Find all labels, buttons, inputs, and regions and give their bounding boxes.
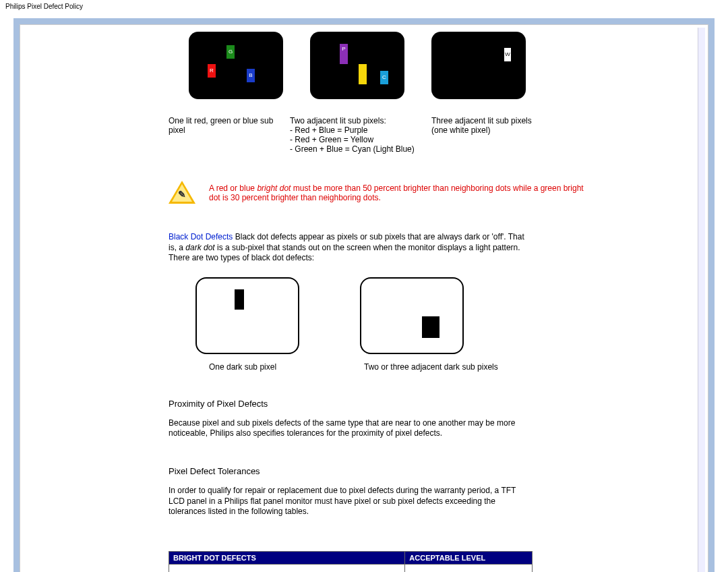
- tolerances-text: In order to qualify for repair or replac…: [169, 486, 533, 517]
- caption-3-line2: (one white pixel): [431, 125, 490, 135]
- dark-caption-1: One dark sub pixel: [209, 362, 317, 372]
- proximity-text: Because pixel and sub pixels defects of …: [169, 418, 533, 439]
- warning-pre: A red or blue: [209, 183, 257, 193]
- page-header: Philips Pixel Defect Policy: [0, 0, 728, 13]
- illust-rgb: R G B: [189, 32, 283, 99]
- subpixel-cyan-icon: C: [380, 71, 388, 84]
- warning-icon: ✎: [169, 181, 195, 205]
- dark-dot-illustrations: [195, 277, 694, 354]
- warning-row: ✎ A red or blue bright dot must be more …: [169, 181, 694, 205]
- bright-dot-defects-table: BRIGHT DOT DEFECTS ACCEPTABLE LEVEL: [169, 551, 533, 572]
- subpixel-yellow-icon: [359, 64, 367, 84]
- subpixel-red-icon: R: [208, 64, 216, 78]
- bright-caption-row: One lit red, green or blue sub pixel Two…: [169, 116, 694, 154]
- dark-subpixels-icon: [422, 316, 439, 338]
- caption-2-line4: - Green + Blue = Cyan (Light Blue): [290, 144, 415, 154]
- illust-white: W: [431, 32, 526, 99]
- warning-text: A red or blue bright dot must be more th…: [209, 183, 586, 202]
- dark-subpixel-icon: [235, 289, 244, 310]
- black-dot-label: Black Dot Defects: [169, 232, 233, 241]
- caption-2: Two adjacent lit sub pixels: - Red + Blu…: [290, 116, 425, 154]
- illust-dark-multi: [360, 277, 464, 354]
- caption-3: Three adjacent lit sub pixels (one white…: [431, 116, 553, 154]
- illust-pyc: P C: [310, 32, 404, 99]
- caption-3-line1: Three adjacent lit sub pixels: [431, 116, 532, 125]
- tolerances-heading: Pixel Defect Tolerances: [169, 466, 694, 476]
- content-area: R G B P C W One lit red, green or blue s…: [169, 25, 694, 572]
- subpixel-purple-icon: P: [340, 44, 348, 64]
- proximity-heading: Proximity of Pixel Defects: [169, 399, 694, 409]
- caption-2-line2: - Red + Blue = Purple: [290, 125, 367, 135]
- black-dot-para: Black Dot Defects Black dot defects appe…: [169, 232, 533, 264]
- subpixel-white-icon: W: [504, 48, 511, 61]
- caption-2-line1: Two adjacent lit sub pixels:: [290, 116, 386, 125]
- subpixel-blue-icon: B: [247, 69, 255, 82]
- table-header-defects: BRIGHT DOT DEFECTS: [169, 551, 405, 564]
- table-row: [169, 564, 533, 572]
- caption-1: One lit red, green or blue sub pixel: [169, 116, 283, 154]
- inner-frame: R G B P C W One lit red, green or blue s…: [20, 24, 708, 572]
- subpixel-green-icon: G: [226, 45, 235, 59]
- outer-frame: R G B P C W One lit red, green or blue s…: [13, 18, 715, 572]
- scrollbar-hint[interactable]: [698, 28, 705, 572]
- table-header-level: ACCEPTABLE LEVEL: [405, 551, 533, 564]
- bright-dot-illustrations: R G B P C W: [189, 32, 694, 99]
- illust-dark-single: [195, 277, 299, 354]
- dark-caption-2: Two or three adjacent dark sub pixels: [364, 362, 526, 372]
- dark-caption-row: One dark sub pixel Two or three adjacent…: [209, 362, 694, 372]
- black-dot-em: dark dot: [185, 243, 214, 252]
- caption-2-line3: - Red + Green = Yellow: [290, 135, 373, 144]
- warning-em: bright dot: [257, 183, 291, 193]
- black-dot-text2: is a sub-pixel that stands out on the sc…: [169, 243, 520, 263]
